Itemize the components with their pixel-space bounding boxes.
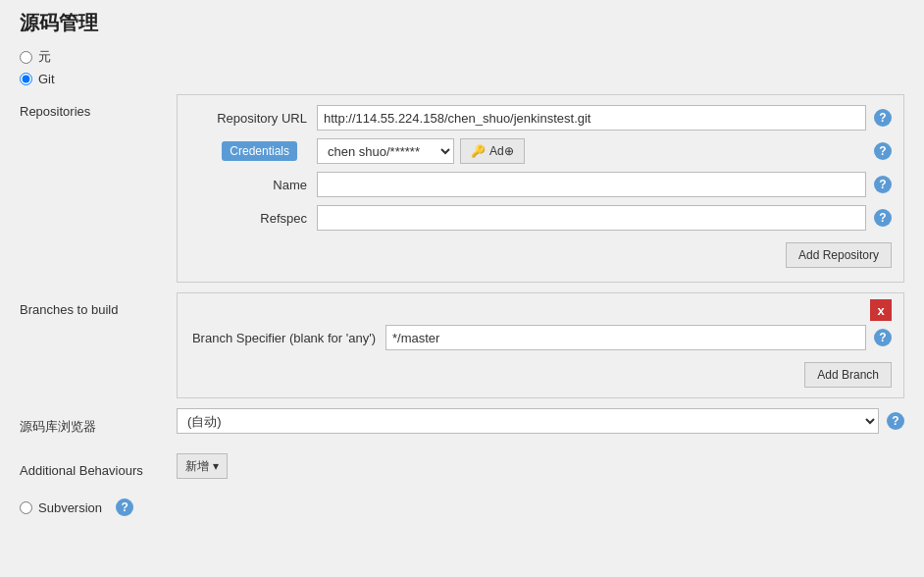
refspec-help-icon[interactable]: ?	[874, 209, 892, 227]
source-browser-label: 源码库浏览器	[20, 408, 177, 436]
refspec-row: Refspec ?	[189, 205, 892, 231]
repositories-body: Repository URL ? Credentials chen shuo/*…	[177, 94, 904, 283]
branch-specifier-label: Branch Specifier (blank for 'any')	[189, 331, 385, 345]
branches-section: Branches to build x Branch Specifier (bl…	[20, 292, 904, 398]
radio-svn-label: Subversion	[38, 500, 102, 515]
radio-none[interactable]	[20, 51, 32, 64]
radio-git[interactable]	[20, 73, 32, 85]
name-label: Name	[189, 178, 317, 192]
branch-specifier-help-icon[interactable]: ?	[874, 329, 892, 346]
add-repo-row: Add Repository	[189, 238, 892, 272]
additional-behaviours-label: Additional Behaviours	[20, 453, 177, 478]
credentials-label: Credentials	[222, 141, 297, 161]
git-content: Repositories Repository URL ? Credential…	[20, 94, 904, 516]
radio-none-group: 元	[20, 48, 904, 66]
radio-svn[interactable]	[20, 501, 32, 514]
branch-specifier-input[interactable]	[385, 325, 866, 350]
url-label: Repository URL	[189, 111, 317, 126]
delete-row: x	[189, 299, 892, 325]
branch-specifier-row: Branch Specifier (blank for 'any') ?	[189, 325, 892, 350]
source-browser-section: 源码库浏览器 (自动) ?	[20, 408, 904, 444]
radio-git-label: Git	[38, 72, 55, 86]
refspec-input[interactable]	[317, 205, 866, 231]
branches-label: Branches to build	[20, 292, 177, 317]
new-behaviour-dropdown-arrow: ▾	[213, 459, 219, 473]
additional-behaviours-row: 新增 ▾	[177, 453, 228, 479]
add-branch-row: Add Branch	[189, 358, 892, 388]
new-behaviour-label: 新增	[185, 458, 209, 475]
url-help-icon[interactable]: ?	[874, 109, 892, 127]
branches-body: x Branch Specifier (blank for 'any') ? A…	[177, 292, 904, 398]
name-help-icon[interactable]: ?	[874, 176, 892, 193]
delete-branch-button[interactable]: x	[870, 299, 892, 321]
subversion-help-icon[interactable]: ?	[116, 498, 133, 516]
key-icon: 🔑	[471, 144, 486, 158]
repositories-label: Repositories	[20, 94, 177, 119]
source-browser-row: (自动) ?	[177, 408, 904, 434]
url-row: Repository URL ?	[189, 105, 892, 131]
credentials-select[interactable]: chen shuo/******	[317, 138, 454, 164]
add-branch-button[interactable]: Add Branch	[804, 362, 892, 388]
repositories-section: Repositories Repository URL ? Credential…	[20, 94, 904, 283]
radio-git-group: Git	[20, 72, 904, 86]
additional-behaviours-section: Additional Behaviours 新增 ▾	[20, 453, 904, 489]
radio-none-label: 元	[38, 48, 51, 66]
credentials-help-icon[interactable]: ?	[874, 142, 892, 160]
page-container: 源码管理 元 Git Repositories Repository URL ?	[0, 0, 924, 526]
new-behaviour-button[interactable]: 新增 ▾	[177, 453, 228, 479]
name-input[interactable]	[317, 172, 866, 197]
source-browser-help-icon[interactable]: ?	[887, 412, 904, 430]
add-repository-button[interactable]: Add Repository	[786, 242, 892, 268]
source-browser-select[interactable]: (自动)	[177, 408, 879, 434]
credentials-row: Credentials chen shuo/****** 🔑 Ad⊕ ?	[189, 138, 892, 164]
repository-url-input[interactable]	[317, 105, 866, 131]
page-title: 源码管理	[20, 10, 904, 36]
refspec-label: Refspec	[189, 211, 317, 226]
name-row: Name ?	[189, 172, 892, 197]
subversion-row: Subversion ?	[20, 498, 904, 516]
add-credentials-button[interactable]: 🔑 Ad⊕	[460, 138, 525, 164]
